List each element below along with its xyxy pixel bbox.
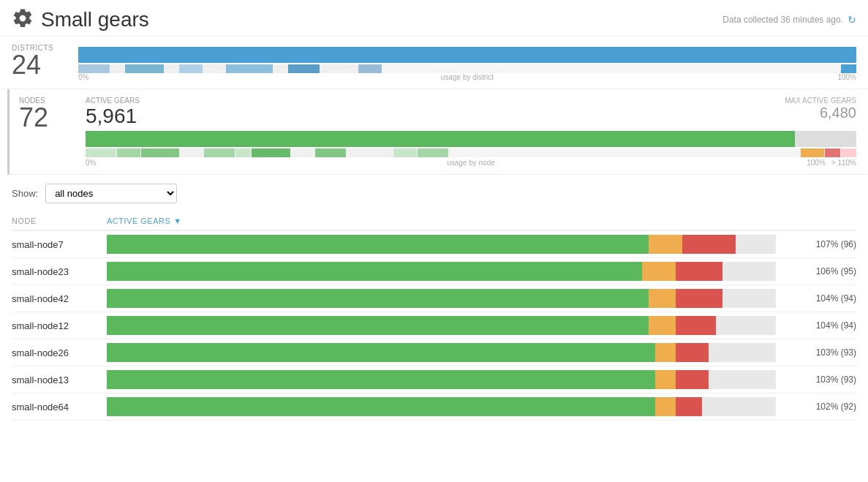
nodes-section: NODES 72 ACTIVE GEARS 5,961 MAX ACTIVE G… — [10, 89, 868, 175]
node-bar-label-100: 100% — [807, 159, 826, 167]
node-bar-bg — [107, 235, 776, 254]
node-bar-empty — [722, 289, 776, 308]
node-bar-cell — [107, 316, 776, 335]
node-bar-label-center: usage by node — [447, 159, 495, 167]
header-left: Small gears — [12, 7, 149, 31]
active-gears-row: ACTIVE GEARS 5,961 MAX ACTIVE GEARS 6,48… — [86, 97, 856, 128]
sub-seg-end — [841, 64, 856, 73]
sub-seg-5 — [288, 64, 320, 73]
show-row: Show: all nodes over capacity nodes near… — [0, 175, 868, 212]
node-bar-red — [682, 235, 736, 254]
node-bar-cell — [107, 235, 776, 254]
sub-gap-5 — [320, 64, 358, 73]
node-bar-empty — [709, 343, 776, 362]
node-bar-green — [107, 235, 649, 254]
node-bar-orange — [655, 397, 675, 416]
node-pct: 104% (94) — [776, 320, 856, 331]
max-active-gears-label: MAX ACTIVE GEARS — [785, 97, 856, 105]
node-bar-label-left: 0% — [86, 159, 96, 167]
node-bar-labels: 0% usage by node 100% > 110% — [86, 159, 856, 167]
node-name: small-node13 — [12, 374, 107, 385]
node-bar-green — [107, 343, 655, 362]
node-name: small-node26 — [12, 347, 107, 358]
node-name: small-node64 — [12, 402, 107, 413]
table-body: small-node7 107% (96) small-node23 106% … — [12, 231, 856, 421]
node-bar-orange — [642, 262, 676, 281]
node-bar-empty — [736, 235, 776, 254]
sub-gap-4 — [273, 64, 288, 73]
table-row: small-node7 107% (96) — [12, 231, 856, 258]
sub-seg-1 — [78, 64, 110, 73]
active-gears-count: 5,961 — [86, 105, 140, 128]
table-row: small-node13 103% (93) — [12, 366, 856, 393]
node-bar-green — [107, 289, 649, 308]
node-bar-cell — [107, 370, 776, 389]
node-bar-red — [676, 316, 716, 335]
node-bar-empty — [702, 397, 776, 416]
node-pct: 103% (93) — [776, 374, 856, 385]
col-node-header: NODE — [12, 216, 107, 225]
nodes-label-block: NODES 72 — [19, 97, 74, 131]
node-bar-orange — [649, 316, 676, 335]
node-bar-cell — [107, 289, 776, 308]
node-main-bar — [86, 131, 856, 147]
district-main-bar-fill — [78, 47, 413, 63]
gear-icon — [12, 7, 34, 31]
district-bar-container: 0% usage by district 100% — [78, 44, 856, 81]
node-name: small-node23 — [12, 266, 107, 277]
node-bar-orange — [649, 289, 676, 308]
table-row: small-node42 104% (94) — [12, 285, 856, 312]
district-main-bar — [78, 47, 856, 63]
node-bar-red — [676, 289, 722, 308]
node-pct: 104% (94) — [776, 293, 856, 304]
node-pct: 102% (92) — [776, 402, 856, 412]
node-bar-bg — [107, 370, 776, 389]
node-bar-green — [107, 262, 642, 281]
col-active-gears-header[interactable]: ACTIVE GEARS ▼ — [107, 216, 776, 225]
node-bar-empty — [716, 316, 776, 335]
table-row: small-node26 103% (93) — [12, 339, 856, 366]
node-bar-red — [676, 343, 709, 362]
sub-gap-2 — [164, 64, 179, 73]
node-bar-empty — [722, 262, 776, 281]
node-bar-green — [107, 370, 655, 389]
sub-gap-1 — [110, 64, 125, 73]
node-sub-bar — [86, 148, 856, 157]
sort-icon: ▼ — [173, 216, 181, 225]
districts-count: 24 — [12, 52, 67, 78]
table-row: small-node12 104% (94) — [12, 312, 856, 339]
node-pct: 107% (96) — [776, 239, 856, 249]
show-select[interactable]: all nodes over capacity nodes near capac… — [45, 184, 177, 203]
sub-seg-4 — [226, 64, 273, 73]
header: Small gears Data collected 36 minutes ag… — [0, 0, 868, 37]
nodes-count: 72 — [19, 105, 74, 131]
node-bar-red — [676, 262, 722, 281]
sub-seg-6 — [358, 64, 382, 73]
node-pct: 106% (95) — [776, 266, 856, 276]
node-bar-cell — [107, 343, 776, 362]
table-row: small-node64 102% (92) — [12, 393, 856, 421]
node-bar-green — [107, 397, 655, 416]
active-gears-label: ACTIVE GEARS — [86, 97, 140, 105]
districts-section: DISTRICTS 24 — [0, 37, 868, 89]
nodes-section-wrapper: NODES 72 ACTIVE GEARS 5,961 MAX ACTIVE G… — [7, 89, 868, 175]
node-bar-red — [676, 397, 703, 416]
table-row: small-node23 106% (95) — [12, 258, 856, 285]
node-main-bar-fill — [86, 131, 795, 147]
node-bar-red — [676, 370, 709, 389]
node-bar-empty — [709, 370, 776, 389]
max-active-gears-count: 6,480 — [785, 105, 856, 121]
node-bar-bg — [107, 316, 776, 335]
node-bar-bg — [107, 397, 776, 416]
refresh-icon[interactable]: ↻ — [848, 14, 856, 26]
bar-label-left: 0% — [78, 73, 88, 81]
node-bar-orange — [649, 235, 682, 254]
node-bar-cell — [107, 262, 776, 281]
table-header: NODE ACTIVE GEARS ▼ — [12, 212, 856, 231]
district-bar-labels: 0% usage by district 100% — [78, 73, 856, 81]
node-name: small-node12 — [12, 320, 107, 331]
node-name: small-node7 — [12, 239, 107, 250]
page-title: Small gears — [41, 8, 149, 31]
sub-seg-3 — [179, 64, 203, 73]
district-sub-bar — [78, 64, 856, 73]
